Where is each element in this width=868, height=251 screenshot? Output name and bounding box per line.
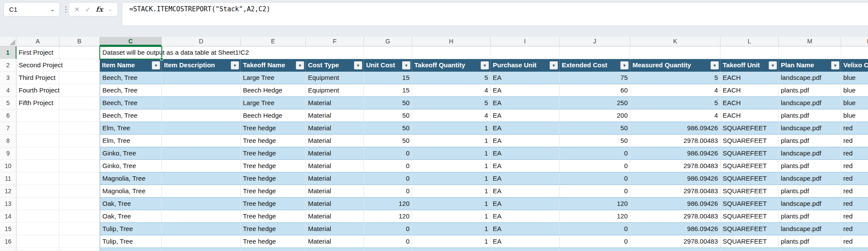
cell-M1[interactable] bbox=[779, 46, 841, 59]
row-header-5[interactable]: 5 bbox=[0, 97, 16, 109]
cell-A16[interactable] bbox=[16, 235, 59, 248]
cell-D5[interactable] bbox=[162, 97, 241, 109]
cell-I15[interactable]: EA bbox=[491, 223, 560, 235]
column-header-N[interactable]: N bbox=[841, 37, 868, 46]
cell-A3[interactable]: Third Project bbox=[16, 72, 59, 84]
cell-M16[interactable]: plants.pdf bbox=[779, 235, 841, 248]
cell-C5[interactable]: Beech, Tree bbox=[100, 97, 162, 109]
column-header-C[interactable]: C bbox=[100, 37, 162, 46]
cell-G3[interactable]: 15 bbox=[364, 72, 412, 84]
cell-G16[interactable]: 0 bbox=[364, 235, 412, 248]
cell-N17[interactable] bbox=[841, 248, 868, 251]
row-header-16[interactable]: 16 bbox=[0, 235, 16, 248]
cell-K8[interactable]: 2978.00483 bbox=[630, 135, 721, 147]
cell-K6[interactable]: 4 bbox=[630, 109, 721, 122]
cell-G11[interactable]: 0 bbox=[364, 172, 412, 185]
cell-C10[interactable]: Ginko, Tree bbox=[100, 160, 162, 172]
cell-A5[interactable]: Fifth Project bbox=[16, 97, 59, 109]
cell-A17[interactable] bbox=[16, 248, 59, 251]
row-header-13[interactable]: 13 bbox=[0, 198, 16, 210]
cell-N4[interactable]: blue bbox=[841, 84, 868, 97]
table-header-measured-quantity[interactable]: Measured Quantity▾ bbox=[630, 59, 721, 72]
cell-N12[interactable]: red bbox=[841, 185, 868, 198]
cell-E3[interactable]: Large Tree bbox=[241, 72, 306, 84]
cell-E9[interactable]: Tree hedge bbox=[241, 147, 306, 160]
cell-D17[interactable] bbox=[162, 248, 241, 251]
cell-I10[interactable]: EA bbox=[491, 160, 560, 172]
cell-F16[interactable]: Material bbox=[306, 235, 364, 248]
chevron-down-icon[interactable]: ⌄ bbox=[108, 7, 112, 12]
cell-F17[interactable] bbox=[306, 248, 364, 251]
cell-H4[interactable]: 4 bbox=[412, 84, 491, 97]
cell-D3[interactable] bbox=[162, 72, 241, 84]
cell-E13[interactable]: Tree hedge bbox=[241, 198, 306, 210]
cell-D7[interactable] bbox=[162, 122, 241, 135]
table-header-takeoff-unit[interactable]: Takeoff Unit▾ bbox=[721, 59, 779, 72]
cell-F8[interactable]: Material bbox=[306, 135, 364, 147]
cell-L11[interactable]: SQUAREFEET bbox=[721, 172, 779, 185]
cell-D9[interactable] bbox=[162, 147, 241, 160]
cell-M15[interactable]: landscape.pdf bbox=[779, 223, 841, 235]
table-header-takeoff-name[interactable]: Takeoff Name▾ bbox=[241, 59, 306, 72]
cell-E11[interactable]: Tree hedge bbox=[241, 172, 306, 185]
cell-H11[interactable]: 1 bbox=[412, 172, 491, 185]
cell-A8[interactable] bbox=[16, 135, 59, 147]
cell-N8[interactable]: red bbox=[841, 135, 868, 147]
cell-E1[interactable] bbox=[241, 46, 306, 59]
cell-G5[interactable]: 50 bbox=[364, 97, 412, 109]
cell-C11[interactable]: Magnolia, Tree bbox=[100, 172, 162, 185]
row-header-2[interactable]: 2 bbox=[0, 59, 16, 72]
row-header-7[interactable]: 7 bbox=[0, 122, 16, 135]
cell-L12[interactable]: SQUAREFEET bbox=[721, 185, 779, 198]
cell-A6[interactable] bbox=[16, 109, 59, 122]
table-header-item-description[interactable]: Item Description▾ bbox=[162, 59, 241, 72]
name-box[interactable]: C1 ⌄ bbox=[3, 2, 60, 17]
enter-icon[interactable]: ✓ bbox=[85, 6, 91, 13]
cell-B4[interactable] bbox=[59, 84, 100, 97]
cell-J10[interactable]: 0 bbox=[560, 160, 630, 172]
cell-C7[interactable]: Elm, Tree bbox=[100, 122, 162, 135]
cell-L1[interactable] bbox=[721, 46, 779, 59]
row-header-12[interactable]: 12 bbox=[0, 185, 16, 198]
row-header-3[interactable]: 3 bbox=[0, 72, 16, 84]
cell-A7[interactable] bbox=[16, 122, 59, 135]
cell-C12[interactable]: Magnolia, Tree bbox=[100, 185, 162, 198]
filter-button[interactable]: ▾ bbox=[231, 61, 239, 69]
cell-G7[interactable]: 50 bbox=[364, 122, 412, 135]
chevron-down-icon[interactable]: ⌄ bbox=[50, 3, 55, 16]
cell-M8[interactable]: plants.pdf bbox=[779, 135, 841, 147]
filter-button[interactable]: ▾ bbox=[769, 61, 777, 69]
row-header-8[interactable]: 8 bbox=[0, 135, 16, 147]
row-header-11[interactable]: 11 bbox=[0, 172, 16, 185]
cell-C16[interactable]: Tulip, Tree bbox=[100, 235, 162, 248]
cell-H12[interactable]: 1 bbox=[412, 185, 491, 198]
table-header-plan-name[interactable]: Plan Name▾ bbox=[779, 59, 841, 72]
cell-G13[interactable]: 120 bbox=[364, 198, 412, 210]
cell-E16[interactable]: Tree hedge bbox=[241, 235, 306, 248]
cell-B15[interactable] bbox=[59, 223, 100, 235]
cell-D13[interactable] bbox=[162, 198, 241, 210]
cell-L14[interactable]: SQUAREFEET bbox=[721, 210, 779, 223]
filter-button[interactable]: ▾ bbox=[152, 61, 160, 69]
cell-L16[interactable]: SQUAREFEET bbox=[721, 235, 779, 248]
cell-J11[interactable]: 0 bbox=[560, 172, 630, 185]
cell-I16[interactable]: EA bbox=[491, 235, 560, 248]
cell-C15[interactable]: Tulip, Tree bbox=[100, 223, 162, 235]
cell-G4[interactable]: 15 bbox=[364, 84, 412, 97]
cell-H14[interactable]: 1 bbox=[412, 210, 491, 223]
cell-N3[interactable]: blue bbox=[841, 72, 868, 84]
cell-G8[interactable]: 50 bbox=[364, 135, 412, 147]
formula-bar-input[interactable]: =STACK.ITEMCOSTREPORT("Stack",A2,C2) bbox=[122, 2, 868, 26]
cell-B16[interactable] bbox=[59, 235, 100, 248]
cell-D11[interactable] bbox=[162, 172, 241, 185]
cell-A2[interactable]: Second Project bbox=[16, 59, 59, 72]
cell-N6[interactable]: blue bbox=[841, 109, 868, 122]
row-header-9[interactable]: 9 bbox=[0, 147, 16, 160]
cell-C9[interactable]: Ginko, Tree bbox=[100, 147, 162, 160]
filter-button[interactable]: ▾ bbox=[402, 61, 410, 69]
cell-F10[interactable]: Material bbox=[306, 160, 364, 172]
cell-A14[interactable] bbox=[16, 210, 59, 223]
cell-F1[interactable] bbox=[306, 46, 364, 59]
cell-E6[interactable]: Beech Hedge bbox=[241, 109, 306, 122]
cell-E10[interactable]: Tree hedge bbox=[241, 160, 306, 172]
